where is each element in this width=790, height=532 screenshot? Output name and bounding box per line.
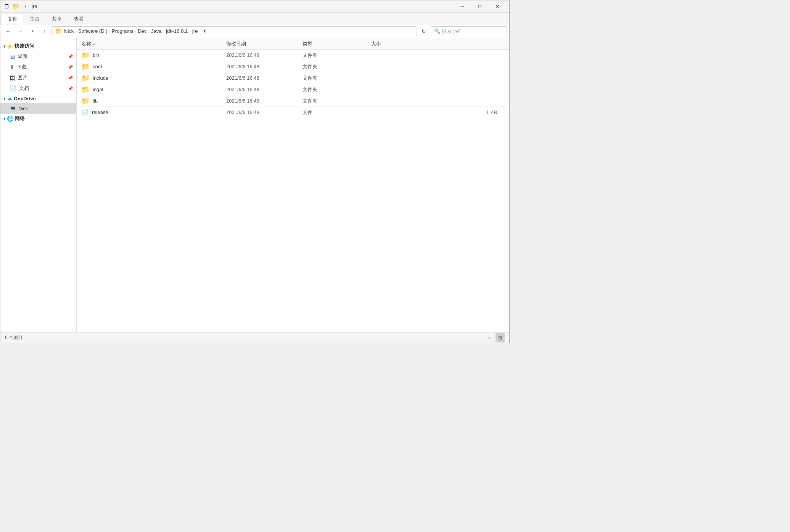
pictures-label: 图片 — [18, 74, 27, 81]
col-size-header[interactable]: 大小 — [371, 40, 505, 47]
crumb-nick: Nick — [64, 28, 74, 34]
sidebar-item-desktop[interactable]: 🖥 桌面 📌 — [0, 51, 76, 62]
title-icon-down: ▾ — [22, 3, 29, 10]
file-date: 2021/6/6 16:48 — [226, 87, 302, 92]
file-type: 文件夹 — [302, 86, 371, 93]
folder-icon: 📁 — [81, 85, 90, 94]
crumb-programs: Programs — [112, 28, 133, 34]
detail-view-button[interactable]: ⊞ — [496, 333, 505, 342]
network-icon: 🌐 — [7, 116, 13, 122]
download-icon: ⬇ — [10, 64, 14, 71]
file-type: 文件夹 — [302, 63, 371, 70]
sidebar-item-pictures[interactable]: 🖼 图片 📌 — [0, 72, 76, 83]
sidebar-network-header[interactable]: ▾ 🌐 网络 — [0, 114, 76, 124]
file-date: 2021/6/6 16:48 — [226, 64, 302, 69]
file-date: 2021/6/6 16:48 — [226, 52, 302, 58]
sidebar-quick-access-header[interactable]: ▾ ⭐ 快速访问 — [0, 41, 76, 51]
dropdown-history-button[interactable]: ▾ — [27, 26, 38, 37]
documents-icon: 📄 — [10, 85, 17, 92]
sidebar-item-nick[interactable]: 💻 Nick — [0, 103, 76, 114]
crumb-jdk: jdk-16.0.1 — [166, 28, 188, 34]
list-view-button[interactable]: ≡ — [485, 333, 494, 342]
view-controls: ≡ ⊞ — [485, 333, 505, 342]
downloads-label: 下载 — [17, 64, 27, 71]
window-controls: ─ □ ✕ — [454, 0, 506, 13]
sidebar-onedrive-header[interactable]: ▾ ☁ OneDrive — [0, 94, 76, 103]
table-row[interactable]: 📄 release 2021/6/6 16:48 文件 1 KB — [77, 107, 509, 118]
minimize-button[interactable]: ─ — [454, 0, 471, 13]
table-row[interactable]: 📁 legal 2021/6/6 16:48 文件夹 — [77, 84, 509, 95]
status-bar: 6 个项目 ≡ ⊞ — [0, 332, 509, 343]
file-name: conf — [93, 64, 102, 69]
crumb-jre: jre — [192, 28, 198, 34]
file-name-cell: 📄 release — [81, 109, 226, 116]
file-name-cell: 📁 lib — [81, 97, 226, 105]
pictures-icon: 🖼 — [10, 75, 15, 81]
tab-home[interactable]: 主页 — [24, 14, 45, 24]
crumb-dev: Dev — [138, 28, 146, 34]
window-title-text: jre — [32, 3, 37, 9]
folder-icon: 📁 — [81, 51, 90, 59]
pin-icon-documents: 📌 — [68, 86, 73, 91]
back-button[interactable]: ← — [3, 26, 13, 37]
address-dropdown-button[interactable]: ▾ — [201, 26, 208, 36]
tab-view[interactable]: 查看 — [68, 14, 90, 24]
folder-icon: 📁 — [81, 63, 90, 71]
address-bar-row: ← → ▾ ↑ 📁 Nick › Software (D:) › Program… — [0, 24, 509, 38]
onedrive-chevron-icon: ▾ — [3, 96, 5, 101]
column-headers: 名称 ∧ 修改日期 类型 大小 — [77, 38, 509, 50]
file-date: 2021/6/6 16:48 — [226, 98, 302, 104]
quick-access-chevron-icon: ▾ — [3, 44, 5, 48]
ribbon: 文件 主页 共享 查看 — [0, 13, 509, 24]
title-icon-folder: 📁 — [13, 3, 19, 10]
pin-icon-pictures: 📌 — [68, 76, 73, 80]
address-box[interactable]: 📁 Nick › Software (D:) › Programs › Dev … — [51, 26, 417, 36]
desktop-icon: 🖥 — [10, 53, 15, 60]
nick-label: Nick — [18, 106, 28, 111]
onedrive-label: OneDrive — [14, 96, 36, 101]
quick-access-label: 快速访问 — [14, 43, 34, 50]
item-count: 6 个项目 — [5, 334, 23, 341]
up-button[interactable]: ↑ — [39, 26, 50, 37]
file-name: lib — [93, 98, 98, 104]
close-button[interactable]: ✕ — [489, 0, 506, 13]
search-icon: 🔍 — [434, 28, 440, 34]
search-box[interactable]: 🔍 搜索"jre" — [431, 26, 507, 36]
file-name: bin — [93, 52, 99, 58]
file-name-cell: 📁 conf — [81, 63, 226, 71]
refresh-button[interactable]: ↻ — [418, 26, 429, 37]
table-row[interactable]: 📁 include 2021/6/6 16:48 文件夹 — [77, 72, 509, 84]
crumb-java: Java — [151, 28, 161, 34]
main-area: ▾ ⭐ 快速访问 🖥 桌面 📌 ⬇ 下载 📌 🖼 图片 📌 📄 文档 — [0, 38, 509, 332]
col-date-header[interactable]: 修改日期 — [226, 40, 302, 47]
file-size: 1 KB — [371, 109, 505, 115]
pin-icon: 📌 — [68, 54, 73, 59]
table-row[interactable]: 📁 lib 2021/6/6 16:48 文件夹 — [77, 95, 509, 107]
explorer-window: 🗒 📁 ▾ jre ─ □ ✕ 文件 主页 共享 查看 — [0, 0, 510, 343]
pin-icon-downloads: 📌 — [68, 65, 73, 70]
col-name-header[interactable]: 名称 ∧ — [81, 40, 226, 47]
documents-label: 文档 — [19, 85, 29, 92]
sort-up-icon: ∧ — [93, 42, 95, 46]
file-type: 文件 — [302, 109, 371, 116]
file-type: 文件夹 — [302, 98, 371, 104]
table-row[interactable]: 📁 conf 2021/6/6 16:48 文件夹 — [77, 61, 509, 72]
file-name: include — [93, 75, 108, 81]
onedrive-icon: ☁ — [7, 95, 12, 101]
sidebar-item-documents[interactable]: 📄 文档 📌 — [0, 83, 76, 94]
desktop-label: 桌面 — [18, 53, 27, 60]
file-date: 2021/6/6 16:48 — [226, 75, 302, 81]
file-name-cell: 📁 include — [81, 74, 226, 82]
maximize-button[interactable]: □ — [471, 0, 489, 13]
sidebar-item-downloads[interactable]: ⬇ 下载 📌 — [0, 62, 76, 72]
tab-share[interactable]: 共享 — [46, 14, 68, 24]
table-row[interactable]: 📁 bin 2021/6/6 16:48 文件夹 — [77, 50, 509, 61]
col-type-header[interactable]: 类型 — [302, 40, 371, 47]
file-name: legal — [93, 87, 103, 92]
crumb-software: Software (D:) — [78, 28, 108, 34]
forward-button[interactable]: → — [15, 26, 26, 37]
title-bar: 🗒 📁 ▾ jre ─ □ ✕ — [0, 0, 509, 13]
file-name-cell: 📁 legal — [81, 85, 226, 94]
tab-file[interactable]: 文件 — [2, 14, 23, 24]
folder-icon: 📁 — [81, 74, 90, 82]
